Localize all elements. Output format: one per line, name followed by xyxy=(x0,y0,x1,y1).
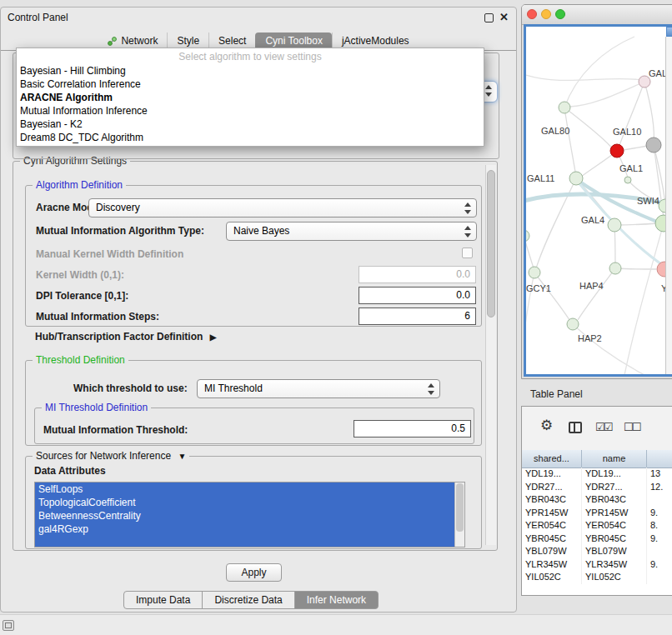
table-row[interactable]: YDL19...YDL19...13 xyxy=(522,468,672,481)
network-node-label: GAL xyxy=(649,68,667,78)
network-edge[interactable] xyxy=(573,324,644,375)
network-node-label: HAP4 xyxy=(579,281,604,291)
apply-button[interactable]: Apply xyxy=(226,563,282,582)
attributes-scrollbar[interactable] xyxy=(454,482,464,547)
tab-impute-data[interactable]: Impute Data xyxy=(123,591,203,609)
combo-value: MI Threshold xyxy=(204,382,263,394)
data-attributes-list[interactable]: SelfLoopsTopologicalCoefficientBetweenne… xyxy=(34,482,465,548)
network-node[interactable] xyxy=(569,172,583,185)
manual-kernel-checkbox[interactable] xyxy=(462,248,473,258)
data-attributes-label: Data Attributes xyxy=(34,465,106,477)
network-edge[interactable] xyxy=(564,108,576,177)
table-cell xyxy=(647,545,672,558)
network-node[interactable] xyxy=(610,144,624,158)
attribute-item[interactable]: gal4RGexp xyxy=(35,522,464,536)
network-node[interactable] xyxy=(526,230,529,242)
panel-toggle-icon[interactable] xyxy=(3,620,14,631)
attribute-item-partial[interactable] xyxy=(35,536,464,548)
table-row[interactable]: YIL052CYIL052C xyxy=(522,571,672,584)
network-node[interactable] xyxy=(646,138,661,152)
network-node[interactable] xyxy=(529,267,540,278)
algorithm-option[interactable]: Mutual Information Inference xyxy=(17,104,484,118)
table-cell: YBR045C xyxy=(582,532,647,546)
network-edge[interactable] xyxy=(534,272,569,320)
network-edge[interactable] xyxy=(526,75,643,80)
network-canvas[interactable]: GALGAL80GAL10GAL11GAL1SWI4GAL4GCY1HAP4HA… xyxy=(524,24,672,377)
network-node[interactable] xyxy=(608,218,621,232)
table-row[interactable]: YBR045CYBR045C9. xyxy=(522,532,672,546)
algorithm-option[interactable]: Bayesian - Hill Climbing xyxy=(17,64,484,78)
combo-arrows-icon xyxy=(464,202,472,214)
table-cell: 12. xyxy=(647,481,672,494)
hub-tf-label: Hub/Transcription Factor Definition xyxy=(35,331,203,342)
network-canvas-svg[interactable]: GALGAL80GAL10GAL11GAL1SWI4GAL4GCY1HAP4HA… xyxy=(526,27,669,377)
tab-discretize-data[interactable]: Discretize Data xyxy=(202,591,294,609)
network-node[interactable] xyxy=(624,177,631,183)
zoom-window-button[interactable] xyxy=(555,9,565,19)
group-title: Threshold Definition xyxy=(33,354,128,366)
table-row[interactable]: YLR345WYLR345W9. xyxy=(522,558,672,572)
network-edge[interactable] xyxy=(624,223,664,375)
columns-icon[interactable] xyxy=(569,422,582,433)
table-row[interactable]: YDR27...YDR27...12. xyxy=(522,481,672,494)
algorithm-option[interactable]: Bayesian - K2 xyxy=(17,118,484,131)
mi-steps-field[interactable]: 6 xyxy=(359,308,476,325)
table-row[interactable]: YBR043CYBR043C xyxy=(522,493,672,507)
mi-threshold-field[interactable]: 0.5 xyxy=(354,420,471,438)
deselect-all-columns-icon[interactable]: ☐☐ xyxy=(624,421,639,433)
algorithm-option[interactable]: Basic Correlation Inference xyxy=(17,78,484,91)
network-edge[interactable] xyxy=(564,108,613,149)
close-panel-icon[interactable]: ✕ xyxy=(499,11,509,23)
float-panel-icon[interactable] xyxy=(484,13,494,22)
combo-arrows-icon xyxy=(428,383,435,395)
network-node-label: GAL1 xyxy=(619,163,643,173)
table-cell: YBR045C xyxy=(522,532,582,546)
column-header-shared-name[interactable]: shared... xyxy=(522,450,582,468)
table-row[interactable]: YPR145WYPR145W9. xyxy=(522,507,672,520)
attribute-item[interactable]: BetweennessCentrality xyxy=(35,509,464,522)
table-cell xyxy=(647,493,672,507)
network-edge[interactable] xyxy=(654,145,665,203)
scrollbar-thumb[interactable] xyxy=(456,483,464,532)
select-all-columns-icon[interactable]: ☑☑ xyxy=(595,421,611,433)
kernel-width-field[interactable]: 0.0 xyxy=(359,266,476,283)
network-edge[interactable] xyxy=(564,37,634,108)
network-scrollbar[interactable] xyxy=(665,37,672,374)
network-view-window: GALGAL80GAL10GAL11GAL1SWI4GAL4GCY1HAP4HA… xyxy=(521,4,672,379)
gear-icon[interactable]: ⚙ xyxy=(540,418,553,432)
network-node[interactable] xyxy=(609,262,621,274)
aracne-mode-combo[interactable]: Discovery xyxy=(88,198,477,218)
network-node[interactable] xyxy=(567,318,579,330)
mi-type-combo[interactable]: Naive Bayes xyxy=(226,222,477,241)
dpi-tolerance-field[interactable]: 0.0 xyxy=(359,287,476,304)
table-row[interactable]: YER054CYER054C8. xyxy=(522,519,672,532)
network-icon xyxy=(108,37,117,46)
attribute-item[interactable]: SelfLoops xyxy=(35,482,464,496)
tab-infer-network[interactable]: Infer Network xyxy=(294,591,379,609)
algorithm-option[interactable]: ARACNE Algorithm xyxy=(17,91,484,104)
sources-toggle[interactable]: Sources for Network Inference ▼ xyxy=(33,450,189,462)
network-node-label: GAL4 xyxy=(581,215,604,225)
network-edge[interactable] xyxy=(569,82,644,107)
threshold-definition-group: Threshold Definition Which threshold to … xyxy=(25,360,482,446)
network-node[interactable] xyxy=(559,102,570,113)
which-threshold-combo[interactable]: MI Threshold xyxy=(197,379,440,398)
table-panel-window: ⚙ ☑☑ ☐☐ shared... name YDL19...YDL19...1… xyxy=(521,406,672,596)
table-row[interactable]: YBL079WYBL079W xyxy=(522,545,672,558)
column-header-name[interactable]: name xyxy=(582,450,647,468)
table-cell: YBL079W xyxy=(582,545,647,558)
settings-scrollbar[interactable] xyxy=(485,165,496,545)
network-edge[interactable] xyxy=(578,268,615,320)
scrollbar-thumb[interactable] xyxy=(487,170,495,318)
close-window-button[interactable] xyxy=(527,9,537,19)
column-header-partial[interactable] xyxy=(647,450,672,468)
network-window-titlebar[interactable] xyxy=(522,5,672,25)
attribute-item[interactable]: TopologicalCoefficient xyxy=(35,496,464,509)
network-edge[interactable] xyxy=(644,82,654,144)
network-edge[interactable] xyxy=(536,178,576,268)
chevron-down-icon: ▼ xyxy=(178,452,186,461)
hub-tf-definition-toggle[interactable]: Hub/Transcription Factor Definition ▶ xyxy=(35,331,216,342)
minimize-window-button[interactable] xyxy=(541,9,551,19)
algorithm-option[interactable]: Dream8 DC_TDC Algorithm xyxy=(17,131,484,144)
birdseye-toggle-icon[interactable] xyxy=(666,27,672,37)
